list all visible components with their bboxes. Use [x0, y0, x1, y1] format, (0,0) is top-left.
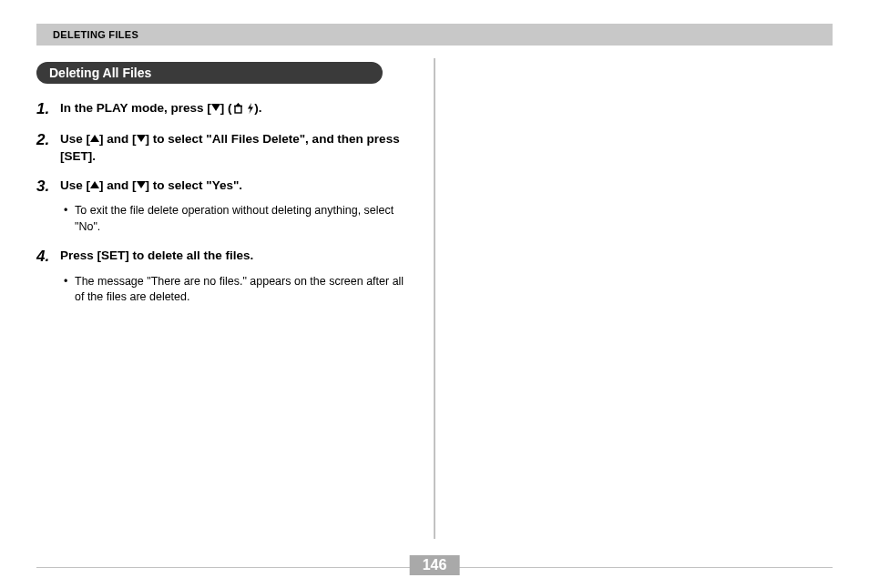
up-triangle-icon: [90, 135, 99, 142]
step-text: Use [] and [] to select "Yes".: [60, 177, 242, 196]
left-column: Deleting All Files 1. In the PLAY mode, …: [36, 62, 419, 535]
page-number: 146: [410, 555, 460, 575]
step-text-part: ] and [: [99, 132, 137, 146]
down-triangle-icon: [137, 181, 146, 188]
step-number: 4.: [36, 248, 60, 266]
trash-icon: [232, 102, 244, 118]
footer-rule: 146: [36, 567, 833, 568]
step-text-part: Use [: [60, 132, 90, 146]
step-text-part: Use [: [60, 178, 90, 192]
step-text-part: ).: [254, 101, 261, 115]
step-text-part: ] (: [220, 101, 232, 115]
chapter-header: DELETING FILES: [36, 24, 833, 46]
step-3-notes: To exit the file delete operation withou…: [36, 203, 404, 235]
page-footer: 146: [36, 567, 833, 568]
content-columns: Deleting All Files 1. In the PLAY mode, …: [36, 62, 833, 535]
down-triangle-icon: [211, 104, 220, 111]
step-text-part: ] and [: [99, 178, 137, 192]
up-triangle-icon: [90, 181, 99, 188]
right-column: [419, 62, 802, 535]
manual-page: DELETING FILES Deleting All Files 1. In …: [0, 0, 869, 588]
step-text: Press [SET] to delete all the files.: [60, 248, 253, 266]
step-text: In the PLAY mode, press [] ( ).: [60, 100, 262, 118]
step-number: 2.: [36, 131, 60, 164]
step-text-part: ] to select "Yes".: [146, 178, 243, 192]
section-heading: Deleting All Files: [36, 62, 383, 84]
step-3: 3. Use [] and [] to select "Yes".: [36, 177, 404, 196]
step-number: 1.: [36, 100, 60, 118]
step-text: Use [] and [] to select "All Files Delet…: [60, 131, 404, 164]
step-2: 2. Use [] and [] to select "All Files De…: [36, 131, 404, 164]
step-text-part: In the PLAY mode, press [: [60, 101, 211, 115]
column-divider: [434, 58, 435, 539]
svg-rect-0: [235, 106, 241, 114]
chapter-title: DELETING FILES: [53, 29, 138, 40]
step-1: 1. In the PLAY mode, press [] ( ).: [36, 100, 404, 118]
step-number: 3.: [36, 177, 60, 196]
down-triangle-icon: [137, 135, 146, 142]
step-4: 4. Press [SET] to delete all the files.: [36, 248, 404, 266]
step-4-notes: The message "There are no files." appear…: [36, 274, 404, 306]
note-item: To exit the file delete operation withou…: [64, 203, 404, 235]
note-item: The message "There are no files." appear…: [64, 274, 404, 306]
section-title: Deleting All Files: [49, 66, 151, 80]
